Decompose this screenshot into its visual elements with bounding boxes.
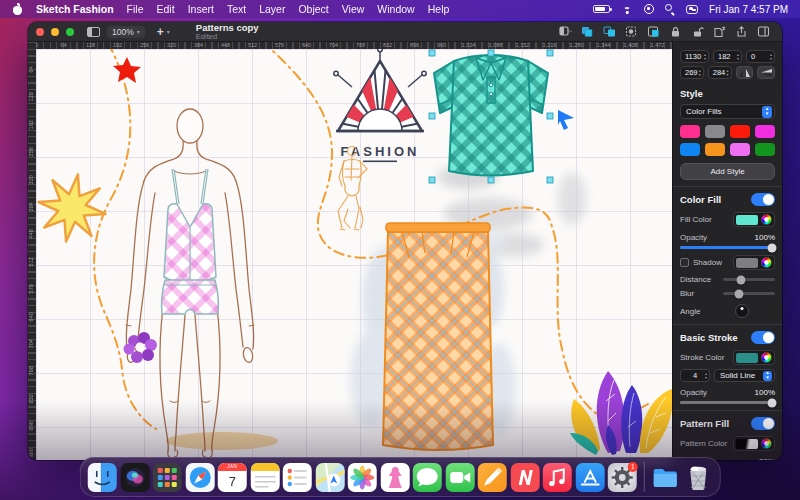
fill-color-well[interactable] [733, 212, 775, 227]
view-options-icon[interactable] [559, 26, 572, 37]
shadow-color-well[interactable] [733, 255, 775, 270]
group-icon[interactable] [581, 26, 594, 37]
dock-news-icon[interactable] [510, 463, 539, 492]
style-swatch[interactable] [705, 125, 725, 138]
style-swatch[interactable] [705, 143, 725, 156]
style-swatch[interactable] [680, 125, 700, 138]
menu-item[interactable]: Text [227, 3, 246, 15]
style-swatch[interactable] [680, 143, 700, 156]
style-type-dropdown[interactable]: Color Fills ▲▼ [680, 104, 775, 119]
fullscreen-button[interactable] [66, 28, 74, 36]
document-title-block: Patterns copy Edited [196, 23, 259, 41]
export-icon[interactable] [713, 26, 726, 37]
menu-item[interactable]: Help [428, 3, 450, 15]
basic-stroke-toggle[interactable] [751, 331, 775, 344]
dock-reminders-icon[interactable] [283, 463, 312, 492]
dock-sketch-pencil-icon[interactable] [478, 463, 507, 492]
ruler-label: 576 [266, 42, 293, 49]
close-button[interactable] [36, 28, 44, 36]
zoom-dropdown[interactable]: 100%▾ [107, 26, 145, 38]
y-position-field[interactable]: 182▴▾ [713, 50, 742, 63]
menu-item[interactable]: Layer [259, 3, 285, 15]
flip-vertical-button[interactable] [757, 66, 775, 79]
flip-horizontal-button[interactable] [736, 66, 754, 79]
fashion-logo[interactable]: FASHION [334, 49, 426, 162]
dock-notes-icon[interactable] [250, 463, 279, 492]
stroke-opacity-slider[interactable] [680, 401, 775, 404]
dock-folder-icon[interactable] [651, 463, 680, 492]
rotation-field[interactable]: 0▴▾ [746, 50, 775, 63]
plaid-skirt[interactable] [383, 223, 493, 450]
fill-opacity-slider[interactable] [680, 246, 775, 249]
color-picker-icon[interactable] [761, 214, 772, 225]
battery-icon[interactable] [593, 5, 610, 13]
plaid-polo-shirt[interactable] [434, 55, 548, 176]
pattern-fill-toggle[interactable] [751, 417, 775, 430]
width-field[interactable]: 269▴▾ [680, 66, 704, 79]
dock-launchpad-icon[interactable] [153, 463, 182, 492]
add-style-button[interactable]: Add Style [680, 163, 775, 180]
menu-item[interactable]: Object [298, 3, 328, 15]
menu-item[interactable]: Window [377, 3, 414, 15]
color-fill-toggle[interactable] [751, 193, 775, 206]
dock-facetime-icon[interactable] [445, 463, 474, 492]
dock-appstore-icon[interactable] [575, 463, 604, 492]
menu-item[interactable]: File [127, 3, 144, 15]
mask-icon[interactable] [625, 26, 638, 37]
shadow-angle-dial[interactable] [735, 304, 749, 318]
stroke-color-well[interactable] [733, 350, 775, 365]
dock-photos-icon[interactable] [348, 463, 377, 492]
panel-toggle-icon[interactable] [757, 26, 770, 37]
dock-fashion-app-icon[interactable] [380, 463, 409, 492]
dock-music-icon[interactable] [543, 463, 572, 492]
dock-trash-icon[interactable] [683, 463, 712, 492]
ungroup-icon[interactable] [603, 26, 616, 37]
floor-shadow-ellipse[interactable] [166, 432, 278, 450]
pattern-color-well[interactable] [733, 436, 775, 451]
apple-logo-icon[interactable] [12, 3, 23, 15]
height-field[interactable]: 284▴▾ [708, 66, 732, 79]
crop-icon[interactable] [647, 26, 660, 37]
stroke-width-field[interactable]: 4▴▾ [680, 369, 710, 382]
shadow-blur-slider[interactable] [723, 292, 775, 295]
shadow-distance-slider[interactable] [723, 278, 775, 281]
unlock-icon[interactable] [691, 26, 704, 37]
small-croquis-sketch[interactable] [338, 147, 367, 231]
share-icon[interactable] [735, 26, 748, 37]
x-position-field[interactable]: 1130▴▾ [680, 50, 709, 63]
style-swatch[interactable] [755, 125, 775, 138]
user-switch-icon[interactable] [644, 4, 654, 14]
menu-clock[interactable]: Fri Jan 7 4:57 PM [709, 4, 788, 15]
menu-item[interactable]: Insert [188, 3, 214, 15]
menu-app-name[interactable]: Sketch Fashion [36, 3, 114, 15]
window-titlebar: 100%▾ +▾ Patterns copy Edited [28, 22, 782, 42]
style-swatch[interactable] [730, 143, 750, 156]
red-star[interactable] [113, 57, 141, 83]
control-center-icon[interactable] [686, 5, 698, 14]
insert-button[interactable]: +▾ [152, 24, 175, 40]
dock-messages-icon[interactable] [413, 463, 442, 492]
dock-settings-icon[interactable]: 1 [608, 463, 637, 492]
yellow-starburst[interactable] [39, 175, 106, 242]
spotlight-search-icon[interactable] [665, 4, 675, 14]
dock-siri-icon[interactable] [120, 463, 149, 492]
canvas[interactable]: FASHION [36, 49, 672, 460]
wifi-icon[interactable] [621, 5, 633, 14]
menu-item[interactable]: Edit [157, 3, 175, 15]
dock-safari-icon[interactable] [185, 463, 214, 492]
cami-top-garment[interactable] [164, 169, 216, 284]
dock-maps-icon[interactable] [315, 463, 344, 492]
sidebar-toggle-icon[interactable] [87, 27, 100, 37]
leaves-decoration[interactable] [570, 371, 672, 455]
shadow-checkbox[interactable] [680, 258, 689, 267]
dock-calendar-icon[interactable]: JAN 7 [218, 463, 247, 492]
dock-finder-icon[interactable] [88, 463, 117, 492]
style-swatch[interactable] [755, 143, 775, 156]
stroke-style-dropdown[interactable]: Solid Line▲▼ [714, 369, 775, 382]
minimize-button[interactable] [51, 28, 59, 36]
menu-item[interactable]: View [342, 3, 365, 15]
lock-icon[interactable] [669, 26, 682, 37]
horizontal-ruler: 0641281922563203844485125766407047688328… [36, 42, 672, 49]
style-swatch[interactable] [730, 125, 750, 138]
ruler-label: 832 [28, 385, 36, 412]
